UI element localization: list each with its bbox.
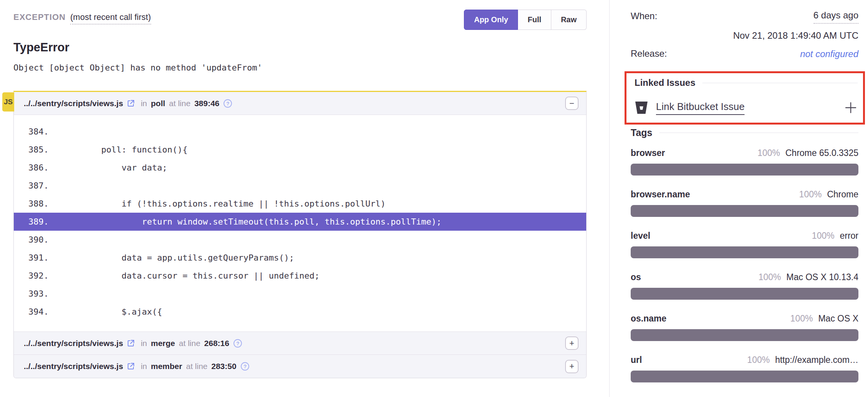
sentry-issue-page: { "exception": { "section_label": "EXCEP… <box>0 0 868 397</box>
tag-key[interactable]: url <box>631 355 642 365</box>
when-relative-time[interactable]: 6 days ago <box>814 10 858 24</box>
tag-key[interactable]: browser <box>631 148 665 158</box>
add-issue-icon[interactable] <box>844 101 858 115</box>
tag-right: 100%http://example.com… <box>747 355 858 365</box>
tag-bar <box>631 371 858 382</box>
source-code-block: 384. 385. poll: function(){ 386. var dat… <box>14 115 586 332</box>
code-line-text: data = app.utils.getQueryParams(); <box>61 253 294 262</box>
external-link-icon[interactable] <box>126 339 135 348</box>
code-line: 389. return window.setTimeout(this.poll,… <box>14 213 586 231</box>
stacktrace: JS ../../sentry/scripts/views.js in poll… <box>13 91 587 378</box>
tag-line: url 100%http://example.com… <box>631 355 858 365</box>
tag-key[interactable]: os <box>631 272 641 282</box>
svg-text:?: ? <box>236 340 239 346</box>
code-line-text: poll: function(){ <box>61 145 187 154</box>
frame-header[interactable]: ../../sentry/scripts/views.js in poll at… <box>14 92 586 115</box>
tags-list: browser 100%Chrome 65.0.3325 browser.nam… <box>631 148 858 396</box>
frame-line-number: 389:46 <box>194 99 219 108</box>
code-line-text: if (!this.options.realtime || !this.opti… <box>61 199 386 208</box>
tag-value[interactable]: Chrome 65.0.3325 <box>785 148 858 158</box>
tag-value[interactable]: http://example.com… <box>775 355 858 365</box>
bitbucket-icon <box>634 100 649 115</box>
tag-key[interactable]: os.name <box>631 313 666 324</box>
frame-toggle-button[interactable]: − <box>565 97 579 110</box>
section-title: EXCEPTION (most recent call first) <box>13 12 151 22</box>
tag-right: 100%Chrome 65.0.3325 <box>758 148 858 158</box>
frame-filename[interactable]: ../../sentry/scripts/views.js <box>24 99 123 108</box>
tag-percent: 100% <box>747 355 770 365</box>
tag-line: browser 100%Chrome 65.0.3325 <box>631 148 858 158</box>
frame-in-label: in <box>141 99 147 108</box>
platform-badge-js: JS <box>2 92 14 112</box>
link-bitbucket-issue-link[interactable]: Link Bitbucket Issue <box>656 101 745 115</box>
code-line-number: 390. <box>14 231 61 249</box>
code-line-text: data.cursor = this.cursor || undefined; <box>61 271 320 281</box>
frame-filename[interactable]: ../../sentry/scripts/views.js <box>24 362 123 371</box>
release-value-link[interactable]: not configured <box>800 49 858 59</box>
tag-bar <box>631 329 858 341</box>
tag-right: 100%error <box>812 231 858 241</box>
tag-value[interactable]: error <box>840 231 858 241</box>
frame-function: poll <box>151 99 165 108</box>
frame-at-line-label: at line <box>186 362 207 371</box>
external-link-icon[interactable] <box>126 99 135 108</box>
tag-line: level 100%error <box>631 231 858 241</box>
linked-issues-title: Linked Issues <box>635 77 695 88</box>
section-note: (most recent call first) <box>70 12 151 25</box>
tag-percent: 100% <box>812 231 835 241</box>
stacktrace-view-toggle: App OnlyFullRaw <box>464 10 587 30</box>
frame-in-label: in <box>141 339 147 348</box>
section-label: EXCEPTION <box>13 12 66 22</box>
tag-value[interactable]: Mac OS X 10.13.4 <box>786 272 858 282</box>
stack-frame: ../../sentry/scripts/views.js in merge a… <box>14 332 586 355</box>
code-line: 388. if (!this.options.realtime || !this… <box>14 195 586 213</box>
frame-filename[interactable]: ../../sentry/scripts/views.js <box>24 339 123 348</box>
tag-row: os.name 100%Mac OS X <box>631 313 858 341</box>
frame-at-line-label: at line <box>169 99 191 108</box>
tag-value[interactable]: Chrome <box>827 189 858 199</box>
tag-key[interactable]: level <box>631 231 650 241</box>
section-rule <box>659 133 859 133</box>
tags-header: Tags <box>631 127 858 138</box>
code-line: 385. poll: function(){ <box>14 141 586 159</box>
tag-right: 100%Chrome <box>799 189 858 200</box>
linked-issues-header: Linked Issues <box>635 77 858 88</box>
stack-frame: ../../sentry/scripts/views.js in poll at… <box>14 92 586 332</box>
tag-row: level 100%error <box>631 231 858 258</box>
tag-key[interactable]: browser.name <box>631 189 690 200</box>
code-line-text: var data; <box>61 163 167 172</box>
frame-line-number: 283:50 <box>211 362 236 371</box>
code-line-number: 385. <box>14 141 61 159</box>
frame-line-number: 268:16 <box>204 339 229 348</box>
svg-text:?: ? <box>243 364 246 369</box>
tag-value[interactable]: Mac OS X <box>818 313 858 323</box>
code-line: 387. <box>14 177 586 195</box>
frame-toggle-button[interactable]: + <box>565 360 579 373</box>
tag-row: url 100%http://example.com… <box>631 355 858 382</box>
tag-bar <box>631 205 858 217</box>
code-line-number: 394. <box>14 303 61 321</box>
tags-title: Tags <box>631 127 653 138</box>
tag-bar <box>631 164 858 176</box>
section-rule <box>702 83 858 83</box>
tag-row: browser.name 100%Chrome <box>631 189 858 217</box>
toggle-full-button[interactable]: Full <box>518 10 551 30</box>
frame-function: merge <box>151 339 175 348</box>
toggle-raw-button[interactable]: Raw <box>551 10 587 30</box>
help-icon[interactable]: ? <box>223 99 232 108</box>
toggle-app-only-button[interactable]: App Only <box>464 10 518 30</box>
external-link-icon[interactable] <box>126 362 135 371</box>
tag-row: browser 100%Chrome 65.0.3325 <box>631 148 858 176</box>
frame-toggle-button[interactable]: + <box>565 336 579 350</box>
code-line: 391. data = app.utils.getQueryParams(); <box>14 249 586 267</box>
tag-percent: 100% <box>758 272 781 282</box>
help-icon[interactable]: ? <box>240 362 250 371</box>
tag-bar <box>631 246 858 258</box>
code-line: 392. data.cursor = this.cursor || undefi… <box>14 267 586 285</box>
code-line: 384. <box>14 123 586 141</box>
frame-function: member <box>151 362 182 371</box>
frame-header[interactable]: ../../sentry/scripts/views.js in merge a… <box>14 332 586 355</box>
help-icon[interactable]: ? <box>233 339 242 348</box>
exception-section: EXCEPTION (most recent call first) App O… <box>13 0 587 397</box>
frame-header[interactable]: ../../sentry/scripts/views.js in member … <box>14 355 586 378</box>
